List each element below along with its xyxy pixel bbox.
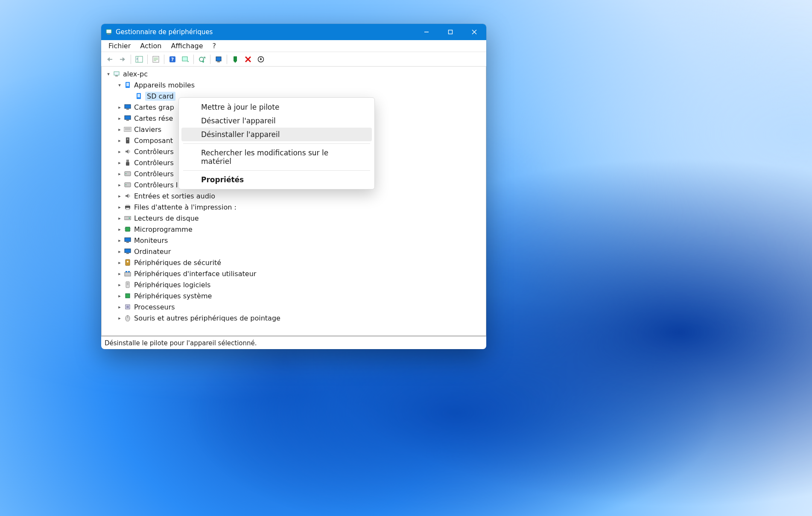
tree-label: Contrôleurs — [134, 159, 174, 167]
window-controls — [415, 24, 486, 40]
svg-rect-47 — [126, 208, 129, 210]
minimize-button[interactable] — [415, 24, 438, 40]
expand-icon[interactable]: ▸ — [116, 148, 123, 155]
svg-rect-46 — [126, 204, 129, 206]
svg-rect-0 — [106, 29, 111, 33]
usb-icon — [124, 159, 131, 166]
expand-icon[interactable]: ▸ — [116, 237, 123, 244]
category-audio-inputs-outputs[interactable]: ▸ Entrées et sorties audio — [102, 190, 486, 201]
expand-icon[interactable]: ▸ — [116, 159, 123, 166]
ctx-disable-device[interactable]: Désactiver l'appareil — [181, 114, 372, 128]
update-driver-button[interactable] — [196, 54, 208, 65]
ctx-uninstall-device[interactable]: Désinstaller l'appareil — [181, 128, 372, 141]
category-firmware[interactable]: ▸ Microprogramme — [102, 224, 486, 235]
svg-rect-57 — [125, 249, 131, 253]
maximize-button[interactable] — [438, 24, 462, 40]
disable-device-button[interactable] — [229, 54, 241, 65]
expand-icon[interactable]: ▸ — [116, 248, 123, 255]
svg-point-49 — [129, 218, 130, 219]
svg-rect-34 — [124, 127, 131, 131]
help-button[interactable]: ? — [166, 54, 178, 65]
forward-button[interactable] — [117, 54, 129, 65]
enable-device-button[interactable] — [213, 54, 225, 65]
software-device-icon — [124, 281, 131, 289]
ctx-scan-hardware-changes[interactable]: Rechercher les modifications sur le maté… — [181, 146, 372, 168]
collapse-icon[interactable]: ▾ — [116, 82, 123, 88]
expand-icon[interactable]: ▸ — [116, 204, 123, 210]
category-security-devices[interactable]: ▸ Périphériques de sécurité — [102, 257, 486, 268]
show-hide-tree-button[interactable] — [133, 54, 145, 65]
ctx-separator — [183, 170, 370, 171]
svg-rect-24 — [114, 72, 119, 75]
close-button[interactable] — [462, 24, 486, 40]
expand-icon[interactable]: ▸ — [116, 259, 123, 266]
mobile-icon — [124, 81, 131, 89]
svg-rect-55 — [125, 238, 131, 242]
category-system-devices[interactable]: ▸ Périphériques système — [102, 290, 486, 301]
tree-label: Files d'attente à l'impression : — [134, 203, 237, 211]
svg-rect-30 — [125, 105, 131, 108]
category-print-queues[interactable]: ▸ Files d'attente à l'impression : — [102, 201, 486, 213]
svg-rect-32 — [125, 116, 131, 120]
svg-rect-39 — [126, 160, 129, 162]
tree-label: Contrôleurs — [134, 170, 174, 178]
svg-rect-18 — [216, 57, 221, 61]
titlebar[interactable]: Gestionnaire de périphériques — [101, 24, 486, 40]
svg-rect-48 — [124, 216, 131, 220]
tree-label: Ordinateur — [134, 248, 171, 256]
expand-icon[interactable]: ▸ — [116, 115, 123, 122]
scan-changes-button[interactable] — [255, 54, 267, 65]
properties-button[interactable] — [150, 54, 162, 65]
expand-icon[interactable]: ▸ — [116, 281, 123, 288]
toolbar-separator — [210, 55, 210, 64]
svg-text:?: ? — [171, 57, 174, 62]
category-monitors[interactable]: ▸ Moniteurs — [102, 235, 486, 246]
computer-icon — [124, 248, 131, 255]
svg-point-38 — [127, 138, 129, 140]
category-mobile-devices[interactable]: ▾ Appareils mobiles — [102, 79, 486, 90]
expand-icon[interactable]: ▸ — [116, 215, 123, 222]
back-button[interactable] — [104, 54, 116, 65]
expand-icon[interactable]: ▸ — [116, 292, 123, 299]
expand-icon[interactable]: ▸ — [116, 303, 123, 310]
svg-rect-62 — [126, 271, 127, 272]
tree-root[interactable]: ▾ alex-pc — [102, 68, 486, 79]
tree-label: Appareils mobiles — [134, 81, 195, 89]
ctx-properties[interactable]: Propriétés — [181, 173, 372, 187]
menu-view[interactable]: Affichage — [166, 41, 207, 51]
expand-icon[interactable]: ▸ — [116, 170, 123, 177]
expand-icon[interactable]: ▸ — [116, 137, 123, 144]
uninstall-device-button[interactable] — [242, 54, 254, 65]
collapse-icon[interactable]: ▾ — [105, 70, 112, 77]
menu-file[interactable]: Fichier — [104, 41, 135, 51]
ctx-update-driver[interactable]: Mettre à jour le pilote — [181, 100, 372, 114]
menu-help[interactable]: ? — [208, 41, 221, 51]
scan-hardware-button[interactable] — [179, 54, 191, 65]
category-computer[interactable]: ▸ Ordinateur — [102, 246, 486, 257]
menu-action[interactable]: Action — [135, 41, 166, 51]
expand-icon[interactable]: ▸ — [116, 226, 123, 233]
svg-rect-61 — [125, 272, 131, 276]
window-title: Gestionnaire de périphériques — [116, 28, 213, 36]
expand-icon[interactable]: ▸ — [116, 192, 123, 199]
svg-rect-63 — [128, 271, 130, 272]
svg-rect-31 — [126, 109, 129, 110]
category-hid[interactable]: ▸ Périphériques d'interface utilisateur — [102, 268, 486, 279]
category-processors[interactable]: ▸ Processeurs — [102, 301, 486, 312]
chip-icon — [124, 292, 131, 300]
expand-icon[interactable]: ▸ — [116, 181, 123, 188]
device-tree[interactable]: ▾ alex-pc ▾ Appareils mobiles SD card ▸ … — [101, 67, 486, 336]
printer-icon — [124, 203, 131, 211]
expand-icon[interactable]: ▸ — [116, 270, 123, 277]
tree-label: Périphériques d'interface utilisateur — [134, 270, 256, 278]
category-software-devices[interactable]: ▸ Périphériques logiciels — [102, 279, 486, 290]
expand-icon[interactable]: ▸ — [116, 104, 123, 111]
expand-icon[interactable]: ▸ — [116, 315, 123, 321]
svg-rect-68 — [126, 306, 129, 308]
tree-label: Lecteurs de disque — [134, 214, 199, 222]
tree-label: SD card — [145, 92, 175, 101]
category-mice-pointing[interactable]: ▸ Souris et autres périphériques de poin… — [102, 312, 486, 324]
expand-icon[interactable]: ▸ — [116, 126, 123, 133]
category-disk-drives[interactable]: ▸ Lecteurs de disque — [102, 213, 486, 224]
svg-rect-65 — [127, 283, 129, 285]
